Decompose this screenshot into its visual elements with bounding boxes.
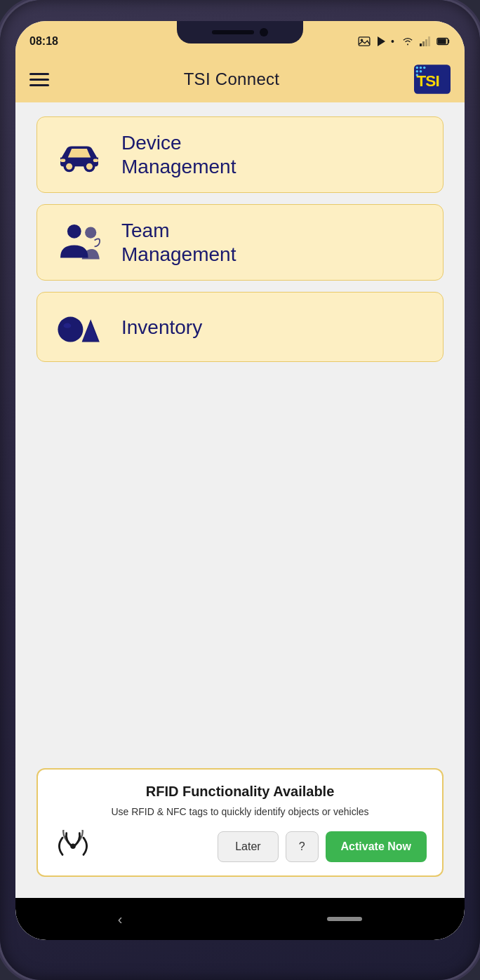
device-management-label: DeviceManagement <box>121 131 236 178</box>
team-management-label: TeamManagement <box>121 219 236 266</box>
svg-point-11 <box>416 67 418 69</box>
svg-rect-5 <box>425 39 427 46</box>
phone-screen: 08:18 • <box>15 21 465 940</box>
later-button[interactable]: Later <box>218 831 278 862</box>
wifi-icon <box>401 36 414 46</box>
svg-point-23 <box>67 224 81 239</box>
notch <box>177 21 303 43</box>
inventory-icon <box>54 309 105 345</box>
tsi-logo: TSI <box>414 64 451 95</box>
svg-point-26 <box>64 323 72 328</box>
device-management-card[interactable]: DeviceManagement <box>36 116 444 193</box>
main-content: DeviceManagement <box>15 102 465 898</box>
app-header: TSI Connect TSI <box>15 56 465 102</box>
home-indicator[interactable] <box>327 917 362 921</box>
status-time: 08:18 <box>29 35 58 48</box>
svg-marker-2 <box>378 36 385 46</box>
svg-point-24 <box>85 227 96 238</box>
back-button[interactable]: ‹ <box>118 911 123 927</box>
rfid-banner: RFID Functionality Available Use RFID & … <box>36 768 444 877</box>
svg-rect-8 <box>438 39 446 43</box>
svg-point-18 <box>66 163 72 169</box>
svg-point-25 <box>58 317 83 342</box>
team-management-card[interactable]: TeamManagement <box>36 204 444 281</box>
hamburger-line-2 <box>29 79 49 81</box>
question-button[interactable]: ? <box>286 831 319 862</box>
svg-text:TSI: TSI <box>416 72 439 90</box>
gallery-icon <box>358 36 371 46</box>
play-icon <box>376 36 386 47</box>
svg-marker-28 <box>83 322 99 341</box>
inventory-card[interactable]: Inventory <box>36 292 444 362</box>
svg-rect-22 <box>93 159 98 162</box>
signal-icon <box>420 36 431 46</box>
svg-rect-6 <box>428 36 430 46</box>
svg-rect-3 <box>420 43 422 46</box>
rfid-bottom-row: Later ? Activate Now <box>53 830 427 863</box>
svg-point-15 <box>420 70 422 72</box>
app-title: TSI Connect <box>184 69 280 89</box>
team-icon <box>54 222 105 264</box>
svg-rect-21 <box>60 159 65 162</box>
svg-point-16 <box>416 74 418 76</box>
rfid-description: Use RFID & NFC tags to quickly identify … <box>53 805 427 819</box>
team-icon-wrap <box>54 222 105 264</box>
inventory-label: Inventory <box>121 316 202 340</box>
rfid-signal-icon <box>53 830 93 863</box>
svg-point-20 <box>86 163 93 169</box>
inventory-icon-wrap <box>54 309 105 345</box>
status-icons: • <box>358 36 451 47</box>
notification-dot: • <box>391 36 394 47</box>
hamburger-line-1 <box>29 73 49 75</box>
hamburger-line-3 <box>29 84 49 86</box>
hamburger-menu[interactable] <box>29 73 49 86</box>
car-icon <box>54 137 105 173</box>
svg-rect-4 <box>422 41 425 46</box>
svg-point-14 <box>416 70 418 72</box>
camera <box>260 28 268 36</box>
svg-point-13 <box>423 67 425 69</box>
battery-icon <box>436 37 451 46</box>
bottom-nav-bar: ‹ <box>15 898 465 940</box>
speaker <box>212 30 254 34</box>
svg-point-29 <box>70 844 75 849</box>
rfid-buttons: Later ? Activate Now <box>101 831 427 862</box>
phone-frame: 08:18 • <box>0 0 480 980</box>
car-icon-wrap <box>54 137 105 173</box>
activate-now-button[interactable]: Activate Now <box>326 831 427 862</box>
rfid-title: RFID Functionality Available <box>53 784 427 800</box>
content-spacer <box>36 373 444 756</box>
svg-point-12 <box>420 67 422 69</box>
